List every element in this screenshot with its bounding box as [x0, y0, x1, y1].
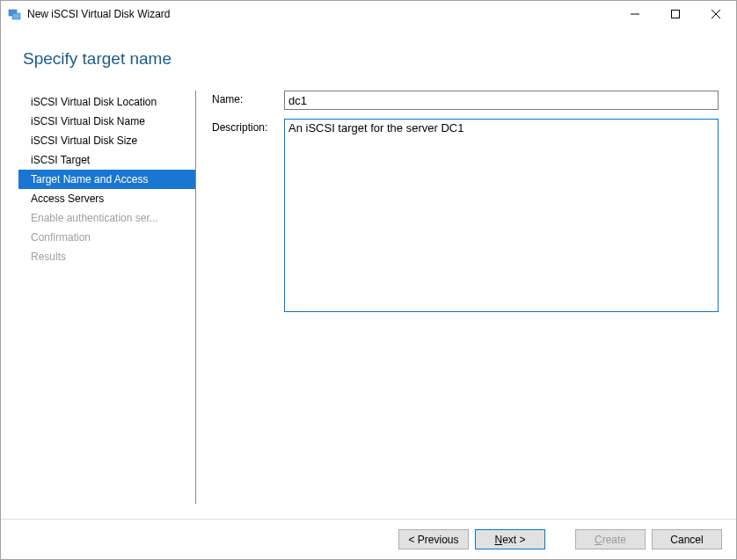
- name-label: Name:: [212, 91, 284, 110]
- step-target-name-access[interactable]: Target Name and Access: [18, 170, 195, 189]
- next-button[interactable]: Next >: [475, 529, 545, 549]
- description-input[interactable]: [284, 119, 719, 312]
- create-button: Create: [575, 529, 646, 549]
- close-button[interactable]: [696, 1, 736, 27]
- step-disk-name[interactable]: iSCSI Virtual Disk Name: [18, 112, 195, 131]
- cancel-button[interactable]: Cancel: [652, 529, 722, 549]
- svg-line-5: [711, 10, 720, 18]
- title-bar: New iSCSI Virtual Disk Wizard: [1, 1, 736, 27]
- step-confirmation: Confirmation: [18, 228, 195, 247]
- minimize-button[interactable]: [615, 1, 655, 27]
- previous-button[interactable]: < Previous: [398, 529, 469, 549]
- step-disk-location[interactable]: iSCSI Virtual Disk Location: [18, 92, 195, 112]
- name-input[interactable]: [284, 91, 719, 110]
- footer-bar: < Previous Next > Create Cancel: [1, 519, 736, 559]
- content-header: Specify target name: [1, 27, 736, 91]
- form-area: Name: Description:: [196, 91, 719, 504]
- svg-rect-1: [12, 13, 20, 19]
- step-results: Results: [18, 247, 195, 266]
- page-title: Specify target name: [23, 49, 714, 69]
- main-area: iSCSI Virtual Disk Location iSCSI Virtua…: [1, 91, 736, 504]
- app-icon: [8, 7, 22, 21]
- description-label: Description:: [212, 119, 284, 315]
- step-iscsi-target[interactable]: iSCSI Target: [18, 150, 195, 170]
- step-enable-authentication: Enable authentication ser...: [18, 208, 195, 228]
- step-access-servers[interactable]: Access Servers: [18, 189, 195, 208]
- window-controls: [615, 1, 736, 27]
- svg-line-4: [711, 10, 720, 18]
- wizard-steps: iSCSI Virtual Disk Location iSCSI Virtua…: [18, 91, 196, 504]
- maximize-button[interactable]: [655, 1, 696, 27]
- svg-rect-3: [672, 11, 680, 18]
- step-disk-size[interactable]: iSCSI Virtual Disk Size: [18, 131, 195, 150]
- window-title: New iSCSI Virtual Disk Wizard: [27, 8, 615, 20]
